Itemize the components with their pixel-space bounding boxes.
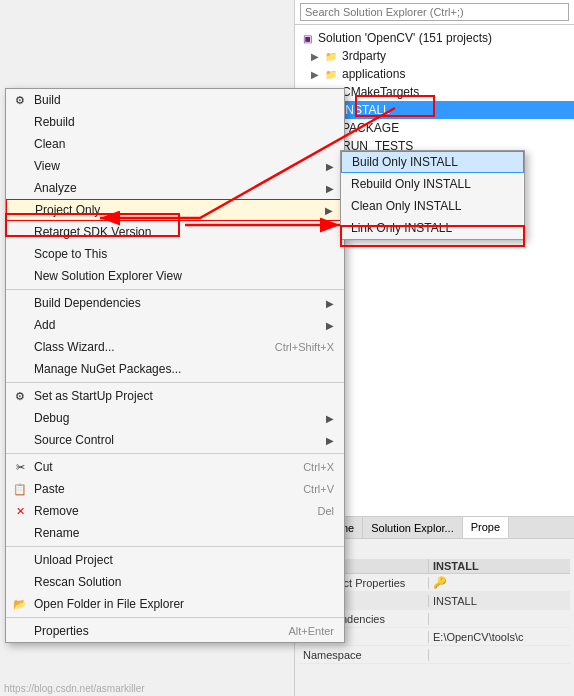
menu-clean[interactable]: Clean (6, 133, 344, 155)
paste-icon: 📋 (12, 481, 28, 497)
separator-1 (6, 289, 344, 290)
tree-cmaketargets-label: CMakeTargets (342, 85, 419, 99)
context-menu: ⚙ Build Rebuild Clean View ▶ Analyze ▶ P… (5, 88, 345, 643)
class-wizard-shortcut: Ctrl+Shift+X (275, 341, 334, 353)
menu-paste[interactable]: 📋 Paste Ctrl+V (6, 478, 344, 500)
tree-package-label: PACKAGE (342, 121, 399, 135)
tree-applications[interactable]: ▶ 📁 applications (295, 65, 574, 83)
sub-menu-build-only[interactable]: Build Only INSTALL (341, 151, 524, 173)
cut-shortcut: Ctrl+X (303, 461, 334, 473)
prop-header-value: INSTALL (429, 559, 483, 573)
separator-3 (6, 453, 344, 454)
menu-add-label: Add (34, 318, 55, 332)
sub-menu-rebuild-only[interactable]: Rebuild Only INSTALL (341, 173, 524, 195)
menu-view-label: View (34, 159, 60, 173)
tree-3rdparty[interactable]: ▶ 📁 3rdparty (295, 47, 574, 65)
sub-menu-build-only-label: Build Only INSTALL (352, 155, 458, 169)
menu-source-control-label: Source Control (34, 433, 114, 447)
separator-2 (6, 382, 344, 383)
menu-class-wizard[interactable]: Class Wizard... Ctrl+Shift+X (6, 336, 344, 358)
tab-properties[interactable]: Prope (463, 517, 509, 538)
tree-solution[interactable]: ▣ Solution 'OpenCV' (151 projects) (295, 29, 574, 47)
menu-class-wizard-label: Class Wizard... (34, 340, 115, 354)
remove-shortcut: Del (317, 505, 334, 517)
menu-remove-label: Remove (34, 504, 79, 518)
menu-nuget[interactable]: Manage NuGet Packages... (6, 358, 344, 380)
arrow-icon: ▶ (311, 69, 323, 80)
submenu-arrow-icon: ▶ (326, 435, 334, 446)
submenu-arrow-icon: ▶ (325, 205, 333, 216)
menu-open-folder-label: Open Folder in File Explorer (34, 597, 184, 611)
sub-menu-link-only-label: Link Only INSTALL (351, 221, 452, 235)
prop-row-ns: Namespace (299, 646, 570, 664)
menu-properties-label: Properties (34, 624, 89, 638)
sub-menu-rebuild-only-label: Rebuild Only INSTALL (351, 177, 471, 191)
menu-debug-label: Debug (34, 411, 69, 425)
startup-icon: ⚙ (12, 388, 28, 404)
menu-properties[interactable]: Properties Alt+Enter (6, 620, 344, 642)
menu-cut[interactable]: ✂ Cut Ctrl+X (6, 456, 344, 478)
menu-project-only-label: Project Only (35, 203, 100, 217)
tree-install-label: INSTALL (342, 103, 390, 117)
menu-retarget-label: Retarget SDK Version (34, 225, 151, 239)
menu-cut-label: Cut (34, 460, 53, 474)
sub-menu-clean-only[interactable]: Clean Only INSTALL (341, 195, 524, 217)
folder-icon: 📂 (12, 596, 28, 612)
watermark: https://blog.csdn.net/asmarkiller (0, 681, 320, 696)
menu-unload-label: Unload Project (34, 553, 113, 567)
sub-context-menu: Build Only INSTALL Rebuild Only INSTALL … (340, 150, 525, 240)
build-icon: ⚙ (12, 92, 28, 108)
menu-clean-label: Clean (34, 137, 65, 151)
menu-rename[interactable]: Rename (6, 522, 344, 544)
menu-source-control[interactable]: Source Control ▶ (6, 429, 344, 451)
sub-menu-link-only[interactable]: Link Only INSTALL (341, 217, 524, 239)
menu-startup[interactable]: ⚙ Set as StartUp Project (6, 385, 344, 407)
menu-view[interactable]: View ▶ (6, 155, 344, 177)
separator-5 (6, 617, 344, 618)
menu-rebuild-label: Rebuild (34, 115, 75, 129)
menu-scope-label: Scope to This (34, 247, 107, 261)
tree-solution-label: Solution 'OpenCV' (151 projects) (318, 31, 492, 45)
menu-new-sol-view-label: New Solution Explorer View (34, 269, 182, 283)
submenu-arrow-icon: ▶ (326, 298, 334, 309)
menu-analyze-label: Analyze (34, 181, 77, 195)
menu-scope[interactable]: Scope to This (6, 243, 344, 265)
menu-startup-label: Set as StartUp Project (34, 389, 153, 403)
folder-icon: 📁 (323, 66, 339, 82)
tree-3rdparty-label: 3rdparty (342, 49, 386, 63)
sub-menu-clean-only-label: Clean Only INSTALL (351, 199, 462, 213)
tree-applications-label: applications (342, 67, 405, 81)
search-bar (295, 0, 574, 25)
menu-build-deps[interactable]: Build Dependencies ▶ (6, 292, 344, 314)
submenu-arrow-icon: ▶ (326, 320, 334, 331)
submenu-arrow-icon: ▶ (326, 161, 334, 172)
paste-shortcut: Ctrl+V (303, 483, 334, 495)
menu-paste-label: Paste (34, 482, 65, 496)
menu-nuget-label: Manage NuGet Packages... (34, 362, 181, 376)
menu-project-only[interactable]: Project Only ▶ (6, 199, 344, 221)
properties-shortcut: Alt+Enter (288, 625, 334, 637)
remove-icon: ✕ (12, 503, 28, 519)
menu-rescan[interactable]: Rescan Solution (6, 571, 344, 593)
menu-debug[interactable]: Debug ▶ (6, 407, 344, 429)
menu-rebuild[interactable]: Rebuild (6, 111, 344, 133)
menu-build[interactable]: ⚙ Build (6, 89, 344, 111)
menu-remove[interactable]: ✕ Remove Del (6, 500, 344, 522)
folder-icon: 📁 (323, 48, 339, 64)
menu-open-folder[interactable]: 📂 Open Folder in File Explorer (6, 593, 344, 615)
tab-solution-explorer[interactable]: Solution Explor... (363, 517, 463, 538)
arrow-icon: ▶ (311, 51, 323, 62)
menu-new-sol-view[interactable]: New Solution Explorer View (6, 265, 344, 287)
submenu-arrow-icon: ▶ (326, 183, 334, 194)
cut-icon: ✂ (12, 459, 28, 475)
menu-build-label: Build (34, 93, 61, 107)
submenu-arrow-icon: ▶ (326, 413, 334, 424)
menu-build-deps-label: Build Dependencies (34, 296, 141, 310)
separator-4 (6, 546, 344, 547)
menu-analyze[interactable]: Analyze ▶ (6, 177, 344, 199)
solution-icon: ▣ (299, 30, 315, 46)
search-input[interactable] (300, 3, 569, 21)
menu-retarget[interactable]: Retarget SDK Version (6, 221, 344, 243)
menu-unload[interactable]: Unload Project (6, 549, 344, 571)
menu-add[interactable]: Add ▶ (6, 314, 344, 336)
